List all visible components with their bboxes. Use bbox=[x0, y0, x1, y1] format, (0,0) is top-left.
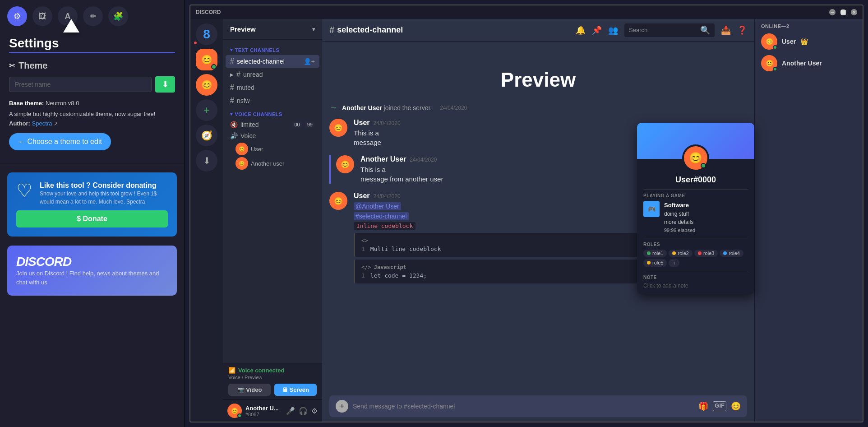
mic-icon[interactable]: 🎤 bbox=[286, 407, 295, 415]
server-download-button[interactable]: ⬇ bbox=[196, 150, 217, 172]
join-text: Another User joined the server. bbox=[342, 104, 432, 111]
chat-input-container: + 🎁 GIF 😊 bbox=[329, 395, 747, 417]
bell-icon[interactable]: 🔔 bbox=[576, 25, 586, 35]
brush-icon-btn[interactable]: ✏ bbox=[83, 6, 103, 26]
choose-theme-button[interactable]: ← Choose a theme to edit bbox=[9, 133, 111, 150]
search-icon: 🔍 bbox=[700, 25, 710, 35]
profile-divider-2 bbox=[643, 238, 748, 238]
note-text[interactable]: Click to add a note bbox=[643, 283, 748, 289]
collapse-icon: ▾ bbox=[230, 47, 233, 53]
discord-app: DISCORD ─ ⬜ ✕ 8 😊 😊 + 🧭 bbox=[189, 5, 863, 422]
code-lang-icon-js: </> bbox=[361, 264, 371, 270]
join-user: Another User bbox=[342, 104, 382, 111]
channel-sidebar: Preview ▾ ▾ TEXT CHANNELS # selected-cha… bbox=[223, 19, 322, 422]
server-add-button[interactable]: + bbox=[196, 99, 217, 121]
add-message-button[interactable]: + bbox=[336, 400, 348, 413]
settings-title-text: Settings bbox=[9, 36, 59, 51]
image-icon-btn[interactable]: 🖼 bbox=[32, 6, 52, 26]
right-sidebar: ONLINE—2 😊 User 👑 😊 Another User bbox=[754, 19, 863, 422]
role-chip-4: role4 bbox=[720, 250, 743, 257]
author-link[interactable]: Spectra bbox=[32, 120, 52, 127]
voice-user-avatar-another: 😊 bbox=[235, 157, 248, 170]
preset-name-input[interactable] bbox=[9, 77, 152, 92]
role-dot-1 bbox=[647, 251, 651, 255]
save-preset-button[interactable]: ⬇ bbox=[155, 76, 175, 93]
channel-list: ▾ TEXT CHANNELS # selected-channel 👤+ ▶ … bbox=[223, 40, 322, 363]
pin-icon[interactable]: 📌 bbox=[592, 25, 602, 35]
hash-icon-unread: # bbox=[236, 70, 240, 79]
channel-item-unread[interactable]: ▶ # unread bbox=[226, 68, 319, 81]
user-bar-tag: #8067 bbox=[245, 412, 282, 417]
channel-header[interactable]: Preview ▾ bbox=[223, 19, 322, 40]
discord-logo: DISCORD bbox=[16, 255, 168, 269]
channel-name-nsfw: nsfw bbox=[237, 97, 315, 104]
puzzle-icon-btn[interactable]: 🧩 bbox=[108, 6, 128, 26]
mention-user[interactable]: @Another User bbox=[354, 202, 401, 210]
voice-channel-name-voice: Voice bbox=[240, 132, 256, 139]
maximize-button[interactable]: ⬜ bbox=[840, 9, 846, 15]
profile-avatar: 😊 bbox=[682, 144, 709, 172]
message-username-user-2: User bbox=[354, 192, 370, 200]
help-icon[interactable]: ❓ bbox=[737, 25, 747, 35]
channel-item-selected[interactable]: # selected-channel 👤+ bbox=[226, 55, 319, 68]
code-lang-icon: <> bbox=[361, 237, 368, 244]
user-bar-icons: 🎤 🎧 ⚙ bbox=[286, 407, 318, 415]
expand-icon: ▶ bbox=[230, 72, 234, 77]
server-icon-8[interactable]: 8 bbox=[196, 23, 217, 45]
voice-user-name-user: User bbox=[251, 146, 263, 153]
server-avatar-active[interactable]: 😊 bbox=[196, 49, 217, 70]
speaker-icon-voice: 🔊 bbox=[230, 132, 238, 139]
gift-icon[interactable]: 🎁 bbox=[698, 401, 708, 411]
emoji-icon[interactable]: 😊 bbox=[731, 401, 741, 411]
mention-channel[interactable]: #selected-channel bbox=[354, 212, 409, 220]
inline-code: Inline codeblock bbox=[354, 222, 416, 230]
message-time-user-2: 24/04/2020 bbox=[374, 193, 401, 200]
online-user-another[interactable]: 😊 Another User bbox=[755, 52, 863, 74]
roles-label: ROLES bbox=[643, 242, 748, 247]
donate-button[interactable]: $ Donate bbox=[16, 210, 168, 227]
search-bar[interactable]: 🔍 bbox=[624, 23, 715, 37]
channel-item-muted[interactable]: # muted bbox=[226, 81, 319, 94]
titlebar: DISCORD ─ ⬜ ✕ bbox=[190, 5, 863, 19]
playing-label: PLAYING A GAME bbox=[643, 193, 748, 198]
headphones-icon[interactable]: 🎧 bbox=[299, 407, 308, 415]
members-icon[interactable]: 👥 bbox=[608, 25, 618, 35]
external-link-icon: ↗ bbox=[54, 121, 58, 126]
speaker-icon-limited: 🔇 bbox=[230, 121, 238, 128]
server-explore-button[interactable]: 🧭 bbox=[196, 125, 217, 146]
user-bar: 😊 Another U... #8067 🎤 🎧 ⚙ bbox=[223, 399, 322, 422]
hash-icon-muted: # bbox=[230, 84, 234, 92]
add-user-icon: 👤+ bbox=[304, 58, 315, 65]
role-dot-4 bbox=[723, 251, 727, 255]
video-button[interactable]: 📷 Video bbox=[228, 384, 271, 396]
voice-badge-1: 00 bbox=[292, 121, 302, 128]
preview-title: Preview bbox=[230, 25, 256, 33]
note-section: NOTE Click to add a note bbox=[643, 275, 748, 289]
channel-name-unread: unread bbox=[243, 71, 315, 78]
message-input[interactable] bbox=[353, 403, 694, 410]
screen-button[interactable]: 🖥 Screen bbox=[274, 384, 317, 396]
close-button[interactable]: ✕ bbox=[851, 9, 857, 15]
gif-icon[interactable]: GIF bbox=[713, 401, 726, 411]
server-avatar-2[interactable]: 😊 bbox=[196, 74, 217, 96]
game-elapsed: 99:99 elapsed bbox=[664, 227, 695, 233]
channel-item-nsfw[interactable]: # nsfw bbox=[226, 94, 319, 107]
message-time-another-1: 24/04/2020 bbox=[410, 157, 437, 163]
role-add-button[interactable]: + bbox=[669, 259, 679, 267]
online-dot-another bbox=[773, 67, 777, 71]
online-header: ONLINE—2 bbox=[755, 19, 863, 31]
voice-channel-voice[interactable]: 🔊 Voice bbox=[226, 130, 319, 141]
channel-name-muted: muted bbox=[237, 84, 315, 91]
titlebar-title: DISCORD bbox=[196, 9, 221, 15]
gear-icon[interactable]: ⚙ bbox=[311, 407, 318, 415]
settings-icon-btn[interactable]: ⚙ bbox=[7, 6, 27, 26]
inbox-icon[interactable]: 📥 bbox=[721, 25, 731, 35]
minimize-button[interactable]: ─ bbox=[829, 9, 836, 15]
collapse-icon-voice: ▾ bbox=[230, 111, 233, 117]
online-user-user[interactable]: 😊 User 👑 bbox=[755, 31, 863, 52]
search-input[interactable] bbox=[629, 27, 697, 33]
voice-channel-limited[interactable]: 🔇 limited 00 99 bbox=[226, 119, 319, 130]
message-username-user-1: User bbox=[354, 119, 370, 127]
hash-icon: # bbox=[230, 57, 234, 65]
role-chip-2: role2 bbox=[669, 250, 692, 257]
